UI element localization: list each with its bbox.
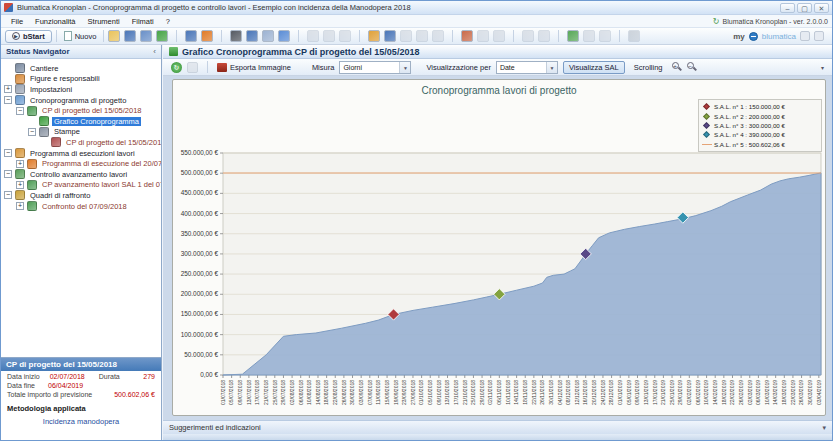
misura-dropdown[interactable]: Giorni ▼ (339, 61, 411, 74)
tree-item-cp-di-progetto-del-15-05-2018[interactable]: CP di progetto del 15/05/2018 (1, 137, 161, 148)
tree-expander-plus[interactable]: + (16, 160, 24, 168)
x-tick-label: 10/03/2019 (764, 380, 770, 405)
tree-expander-minus[interactable]: − (4, 149, 12, 157)
b-export-icon[interactable] (368, 30, 380, 42)
x-tick-label: 26/03/2019 (798, 380, 804, 405)
menu-item-filmati[interactable]: Filmati (126, 17, 160, 26)
toolbar-separator (103, 30, 104, 42)
scrolling-button[interactable]: Scrolling (630, 63, 667, 72)
visualizzazione-dropdown[interactable]: Date ▼ (496, 61, 558, 74)
tree-item-quadri-di-raffronto[interactable]: −Quadri di raffronto (1, 190, 161, 201)
image-export-icon[interactable] (567, 30, 579, 42)
metodologia-value-link[interactable]: Incidenza manodopera (1, 413, 161, 426)
x-tick-label: 12/12/2018 (574, 380, 580, 405)
document-title: Grafico Cronoprogramma CP di progetto de… (182, 47, 419, 57)
suggestions-bar[interactable]: Suggerimenti ed indicazioni ▾ (163, 420, 832, 434)
chart-icon (39, 116, 49, 126)
tree-item-grafico-cronoprogramma[interactable]: Grafico Cronoprogramma (1, 116, 161, 127)
x-tick-label: 10/02/2019 (703, 380, 709, 405)
legend-entry: S.A.L. n° 2 : 200.000,00 € (702, 111, 818, 120)
collapse-sidebar-button[interactable]: ‹ (153, 47, 156, 56)
tree-item-programma-di-esecuzione-del-20-07-2018[interactable]: +Programma di esecuzione del 20/07/2018 (1, 158, 161, 169)
totale-label: Totale importo di previsione (7, 391, 92, 398)
chevron-down-icon: ▾ (822, 424, 826, 432)
data-inizio-value: 02/07/2018 (50, 373, 85, 380)
apps-grid-icon[interactable] (814, 31, 824, 41)
x-tick-label: 28/12/2018 (608, 380, 614, 405)
tree-item-label: Quadri di raffronto (28, 191, 92, 200)
tree-item-label: Confronto del 07/09/2018 (40, 202, 129, 211)
menu-item-funzionalit[interactable]: Funzionalità (29, 17, 81, 26)
maximize-button[interactable]: ▢ (797, 3, 812, 13)
y-tick-label: 250.000,00 € (181, 270, 219, 277)
bstart-button[interactable]: ▶ bStart (5, 30, 52, 43)
toolbar-separator (359, 30, 360, 42)
tree-item-label: CP avanzamento lavori SAL 1 del 07/09/20… (40, 180, 161, 189)
tree-item-cantiere[interactable]: Cantiere (1, 63, 161, 74)
tree-item-cronoprogramma-di-progetto[interactable]: −Cronoprogramma di progetto (1, 95, 161, 106)
zoom-in-button[interactable]: + (672, 62, 682, 72)
zoom-out-button[interactable]: − (687, 62, 697, 72)
save-all-icon[interactable] (140, 30, 152, 42)
minimize-button[interactable]: – (780, 3, 795, 13)
control-folder-icon (15, 169, 25, 179)
menu-item-strumenti[interactable]: Strumenti (82, 17, 126, 26)
settings-icon (15, 84, 25, 94)
tree-item-stampe[interactable]: −Stampe (1, 127, 161, 138)
tree-item-figure-e-responsabili[interactable]: Figure e responsabili (1, 74, 161, 85)
scales-icon[interactable] (201, 30, 213, 42)
nuovo-button[interactable]: Nuovo (61, 31, 100, 41)
chart-up-icon (339, 30, 351, 42)
menu-item-[interactable]: ? (160, 17, 176, 26)
x-tick-label: 05/07/2018 (228, 380, 234, 405)
y-tick-label: 0,00 € (200, 371, 218, 378)
close-button[interactable]: ✕ (814, 3, 829, 13)
x-tick-label: 16/12/2018 (582, 380, 588, 405)
tree-item-cp-di-progetto-del-15-05-2018[interactable]: −CP di progetto del 15/05/2018 (1, 105, 161, 116)
tree-expander-minus[interactable]: − (4, 96, 12, 104)
grid-icon[interactable] (278, 30, 290, 42)
tree-item-cp-avanzamento-lavori-sal-1-del-07-09-20[interactable]: +CP avanzamento lavori SAL 1 del 07/09/2… (1, 180, 161, 191)
y-tick-label: 200.000,00 € (181, 290, 219, 297)
sync-icon: ↻ (713, 17, 720, 26)
tree-expander-minus[interactable]: − (4, 191, 12, 199)
save-icon[interactable] (124, 30, 136, 42)
refresh-icon[interactable] (156, 30, 168, 42)
tree-expander-plus[interactable]: + (4, 85, 12, 93)
window-icon[interactable] (262, 30, 274, 42)
tree-expander-plus[interactable]: + (16, 202, 24, 210)
tree-item-impostazioni[interactable]: +Impostazioni (1, 84, 161, 95)
window-bottom-frame (163, 434, 832, 440)
esporta-immagine-button[interactable]: Esporta Immagine (217, 63, 291, 72)
account-icon[interactable] (800, 31, 810, 41)
people-icon (15, 74, 25, 84)
x-tick-label: 09/10/2018 (436, 380, 442, 405)
tree-expander-minus[interactable]: − (28, 128, 36, 136)
bar-chart-icon[interactable] (246, 30, 258, 42)
toolbar-overflow-icon[interactable]: ▾ (821, 64, 824, 71)
refresh-button[interactable]: ↻ (171, 62, 182, 73)
t-arrow-icon[interactable] (384, 30, 396, 42)
tree-expander-minus[interactable]: − (4, 170, 12, 178)
save-button[interactable] (187, 62, 198, 73)
legend-label: S.A.L. n° 2 : 200.000,00 € (714, 113, 785, 120)
metodologia-label: Metodologia applicata (1, 398, 161, 413)
tree-item-confronto-del-07-09-2018[interactable]: +Confronto del 07/09/2018 (1, 201, 161, 212)
execution-item-icon (27, 159, 37, 169)
tree-expander-minus[interactable]: − (16, 107, 24, 115)
x-tick-label: 05/01/2019 (626, 380, 632, 405)
cut-icon[interactable] (230, 30, 242, 42)
tree-expander-plus[interactable]: + (16, 181, 24, 189)
menu-item-file[interactable]: File (5, 17, 29, 26)
tree-item-controllo-avanzamento-lavori[interactable]: −Controllo avanzamento lavori (1, 169, 161, 180)
chart-canvas[interactable]: Cronoprogramma lavori di progetto 0,00 €… (172, 79, 826, 416)
x-tick-label: 21/01/2019 (660, 380, 666, 405)
legend-entry: S.A.L. n° 1 : 150.000,00 € (702, 102, 818, 111)
chart-icon[interactable] (185, 30, 197, 42)
tree-item-programma-di-esecuzioni-lavori[interactable]: −Programma di esecuzioni lavori (1, 148, 161, 159)
open-folder-icon[interactable] (108, 30, 120, 42)
chart-icon (169, 47, 178, 56)
tree-item-label: Stampe (52, 127, 82, 136)
visualizza-sal-toggle[interactable]: Visualizza SAL (563, 61, 625, 74)
switch-view-icon[interactable] (461, 30, 473, 42)
